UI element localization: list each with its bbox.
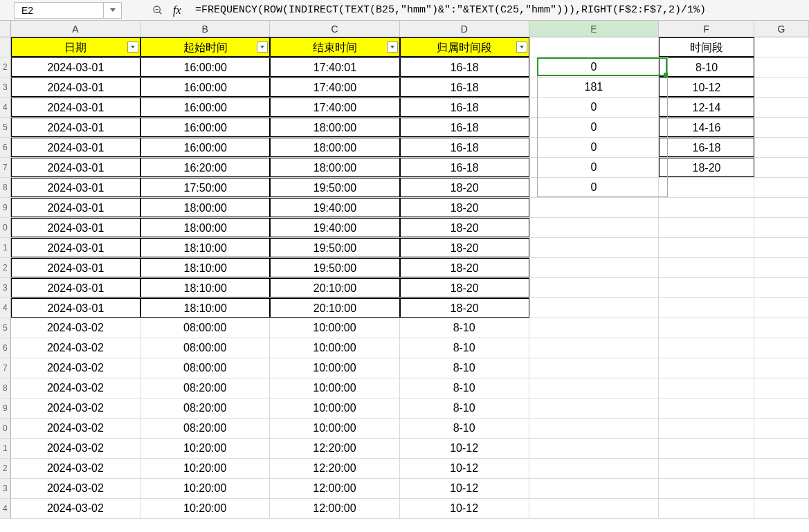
cell-A6[interactable]: 2024-03-02: [11, 338, 140, 358]
cell-B6[interactable]: 08:00:00: [140, 338, 270, 358]
cell-A5[interactable]: 2024-03-01: [11, 118, 140, 137]
cell-C7[interactable]: 10:00:00: [270, 358, 399, 378]
row-header[interactable]: 7: [0, 358, 11, 378]
cell-F5[interactable]: [659, 318, 754, 338]
cell-B8[interactable]: 08:20:00: [140, 378, 270, 398]
cell-B3[interactable]: 10:20:00: [140, 479, 270, 498]
header-timespan[interactable]: 时间段: [659, 37, 754, 57]
cell-G4[interactable]: [754, 499, 809, 518]
cell-B8[interactable]: 17:50:00: [140, 178, 270, 197]
cell-E2[interactable]: [529, 459, 659, 478]
cell-D6[interactable]: 16-18: [400, 138, 529, 157]
cell-B7[interactable]: 16:20:00: [140, 158, 270, 177]
cell-C1[interactable]: 12:20:00: [270, 439, 399, 458]
cell-A5[interactable]: 2024-03-02: [11, 318, 140, 338]
formula-zoom-button[interactable]: [149, 2, 166, 19]
cell-D9[interactable]: 8-10: [400, 398, 529, 418]
row-header[interactable]: 1: [0, 439, 11, 458]
cell-A6[interactable]: 2024-03-01: [11, 138, 140, 157]
cell-B4[interactable]: 10:20:00: [140, 499, 270, 518]
row-header[interactable]: 2: [0, 57, 11, 77]
cell-C3[interactable]: 17:40:00: [270, 77, 399, 97]
cell-A3[interactable]: 2024-03-01: [11, 77, 140, 97]
cell-D7[interactable]: 8-10: [400, 358, 529, 378]
cell-reference-input[interactable]: E2: [14, 2, 104, 19]
header-time-slot[interactable]: 归属时间段: [400, 37, 529, 57]
cell-F5[interactable]: 14-16: [659, 118, 754, 137]
cell-A3[interactable]: 2024-03-02: [11, 479, 140, 498]
cell-A2[interactable]: 2024-03-01: [11, 258, 140, 277]
cell-E5[interactable]: [529, 318, 659, 338]
row-header[interactable]: 1: [0, 238, 11, 257]
cell-A9[interactable]: 2024-03-01: [11, 198, 140, 217]
cell-D1[interactable]: 10-12: [400, 439, 529, 458]
cell-C8[interactable]: 19:50:00: [270, 178, 399, 197]
cell-D4[interactable]: 16-18: [400, 98, 529, 117]
row-header[interactable]: 0: [0, 218, 11, 237]
cell-A9[interactable]: 2024-03-02: [11, 398, 140, 418]
cell-A4[interactable]: 2024-03-01: [11, 98, 140, 117]
cell-D2[interactable]: 16-18: [400, 57, 529, 77]
cell-A4[interactable]: 2024-03-01: [11, 298, 140, 318]
cell-G6[interactable]: [754, 338, 809, 358]
cell-C6[interactable]: 10:00:00: [270, 338, 399, 358]
cell-D5[interactable]: 8-10: [400, 318, 529, 338]
filter-button-slot[interactable]: [516, 42, 527, 53]
cell-A2[interactable]: 2024-03-02: [11, 459, 140, 478]
cell-F4[interactable]: [659, 499, 754, 518]
col-header-A[interactable]: A: [11, 21, 140, 37]
header-end-time[interactable]: 结束时间: [270, 37, 399, 57]
cell-D3[interactable]: 10-12: [400, 479, 529, 498]
cell-F3[interactable]: [659, 479, 754, 498]
cell-A0[interactable]: 2024-03-02: [11, 419, 140, 438]
cell-C8[interactable]: 10:00:00: [270, 378, 399, 398]
cell-D2[interactable]: 10-12: [400, 459, 529, 478]
cell-B6[interactable]: 16:00:00: [140, 138, 270, 157]
cell-F4[interactable]: 12-14: [659, 98, 754, 117]
cell-D9[interactable]: 18-20: [400, 198, 529, 217]
col-header-D[interactable]: D: [400, 21, 529, 37]
cell-D4[interactable]: 10-12: [400, 499, 529, 518]
filter-button-date[interactable]: [127, 42, 138, 53]
cell-F6[interactable]: 16-18: [659, 138, 754, 157]
cell-F2[interactable]: [659, 258, 754, 277]
cell-G1[interactable]: [754, 439, 809, 458]
cell-D6[interactable]: 8-10: [400, 338, 529, 358]
cell-B2[interactable]: 18:10:00: [140, 258, 270, 277]
cell-B9[interactable]: 18:00:00: [140, 198, 270, 217]
cell-E3[interactable]: [529, 479, 659, 498]
cell-A8[interactable]: 2024-03-01: [11, 178, 140, 197]
cell-D4[interactable]: 18-20: [400, 298, 529, 318]
cell-B5[interactable]: 16:00:00: [140, 118, 270, 137]
cell-G1[interactable]: [754, 238, 809, 257]
cell-E8[interactable]: [529, 378, 659, 398]
cell-G7[interactable]: [754, 358, 809, 378]
cell-D1[interactable]: 18-20: [400, 238, 529, 257]
cell-E4[interactable]: [529, 499, 659, 518]
row-header[interactable]: 3: [0, 479, 11, 498]
cell-G7[interactable]: [754, 158, 809, 177]
filter-button-start[interactable]: [257, 42, 268, 53]
cell-B3[interactable]: 16:00:00: [140, 77, 270, 97]
cell-A7[interactable]: 2024-03-02: [11, 358, 140, 378]
row-header[interactable]: 4: [0, 98, 11, 117]
cell-E4[interactable]: [529, 298, 659, 318]
cell-A3[interactable]: 2024-03-01: [11, 278, 140, 297]
cell-G8[interactable]: [754, 178, 809, 197]
cell-A0[interactable]: 2024-03-01: [11, 218, 140, 237]
row-header[interactable]: 9: [0, 198, 11, 217]
cell-F9[interactable]: [659, 198, 754, 217]
cell-F3[interactable]: [659, 278, 754, 297]
cell-G4[interactable]: [754, 298, 809, 318]
cell-C6[interactable]: 18:00:00: [270, 138, 399, 157]
cell-C7[interactable]: 18:00:00: [270, 158, 399, 177]
cell-E3[interactable]: [529, 278, 659, 297]
cell-E2[interactable]: [529, 258, 659, 277]
select-all-corner[interactable]: [0, 21, 11, 37]
row-header[interactable]: 4: [0, 499, 11, 518]
cell-E2[interactable]: 0: [529, 57, 659, 77]
cell-B3[interactable]: 18:10:00: [140, 278, 270, 297]
cell-B0[interactable]: 18:00:00: [140, 218, 270, 237]
cell-C9[interactable]: 19:40:00: [270, 198, 399, 217]
cell-D0[interactable]: 18-20: [400, 218, 529, 237]
